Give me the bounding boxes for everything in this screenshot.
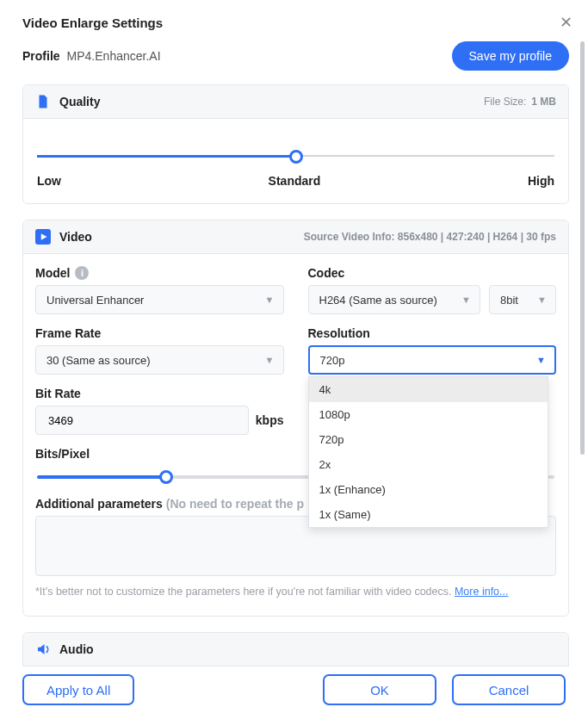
resolution-option[interactable]: 720p [309, 427, 548, 452]
resolution-option[interactable]: 2x [309, 452, 548, 477]
model-label: Model [35, 266, 70, 280]
dialog-title: Video Enlarge Settings [22, 16, 163, 30]
bits-per-pixel-label: Bits/Pixel [35, 447, 90, 461]
video-play-icon [35, 229, 51, 245]
apply-to-all-button[interactable]: Apply to All [22, 674, 134, 705]
codec-select[interactable]: H264 (Same as source)▼ [308, 285, 481, 314]
chevron-down-icon: ▼ [536, 355, 546, 365]
resolution-option[interactable]: 1x (Enhance) [309, 477, 548, 502]
resolution-option[interactable]: 1x (Same) [309, 502, 548, 527]
quality-high-label: High [528, 174, 554, 188]
model-select[interactable]: Universal Enhancer▼ [35, 285, 284, 314]
resolution-option[interactable]: 1080p [309, 402, 548, 427]
chevron-down-icon: ▼ [461, 294, 471, 305]
scrollbar[interactable] [580, 41, 585, 661]
resolution-select[interactable]: 720p▼ [308, 345, 557, 375]
resolution-option[interactable]: 4k [309, 377, 548, 402]
quality-low-label: Low [37, 174, 61, 188]
quality-standard-label: Standard [269, 174, 321, 188]
quality-slider[interactable] [37, 143, 554, 170]
more-info-link[interactable]: More info... [455, 586, 509, 598]
source-video-info: Source Video Info: 856x480 | 427:240 | H… [304, 231, 556, 243]
bitrate-label: Bit Rate [35, 387, 81, 400]
ok-button[interactable]: OK [323, 674, 436, 705]
resolution-dropdown[interactable]: 4k1080p720p2x1x (Enhance)1x (Same) [308, 376, 548, 528]
audio-heading: Audio [59, 642, 94, 656]
framerate-label: Frame Rate [35, 326, 101, 340]
video-section: Video Source Video Info: 856x480 | 427:2… [22, 220, 569, 617]
file-size-readout: File Size:1 MB [484, 96, 556, 108]
bitdepth-select[interactable]: 8bit▼ [489, 285, 556, 314]
save-profile-button[interactable]: Save my profile [452, 41, 569, 71]
quality-heading: Quality [59, 95, 100, 108]
codec-note: *It's better not to customize the parame… [35, 585, 556, 600]
chevron-down-icon: ▼ [537, 294, 547, 305]
info-icon[interactable]: i [75, 266, 89, 280]
bitrate-input[interactable] [35, 406, 249, 435]
audio-section: Audio Codec &Channel Sample Rate [22, 632, 569, 667]
video-heading: Video [59, 230, 92, 244]
chevron-down-icon: ▼ [265, 355, 275, 365]
additional-params-label: Additional parameters [35, 497, 163, 511]
framerate-select[interactable]: 30 (Same as source)▼ [35, 345, 284, 375]
volume-icon [35, 642, 51, 657]
close-icon[interactable]: ✕ [560, 13, 573, 32]
bitrate-unit: kbps [256, 413, 284, 427]
chevron-down-icon: ▼ [265, 294, 275, 305]
cancel-button[interactable]: Cancel [452, 674, 566, 705]
additional-params-hint: (No need to repeat the p [166, 497, 304, 511]
document-icon [35, 94, 51, 109]
codec-label: Codec [308, 266, 345, 280]
profile-display: ProfileMP4.Enhancer.AI [22, 49, 161, 63]
resolution-label: Resolution [308, 326, 370, 340]
quality-section: Quality File Size:1 MB Low Standard High [22, 84, 569, 204]
